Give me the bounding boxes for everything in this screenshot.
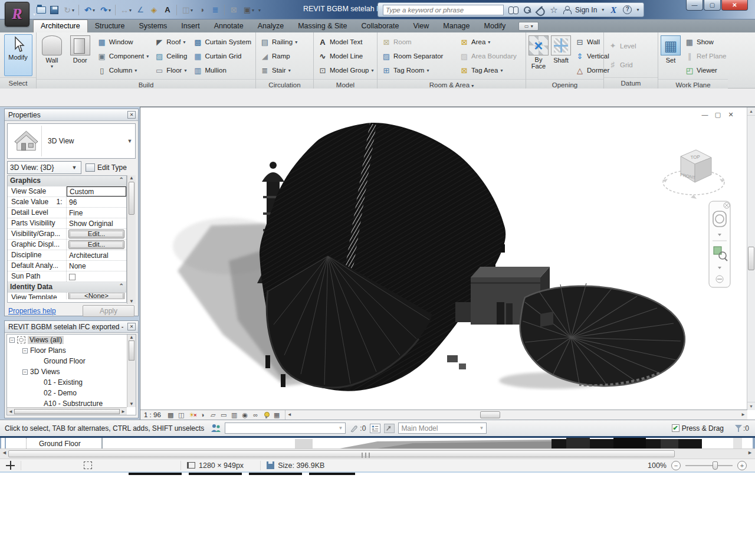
zoom-in-button[interactable]: + [737,461,747,470]
sun-path-icon[interactable] [188,411,196,419]
active-design-option-dropdown[interactable]: Main Model ▼ [398,423,487,434]
opening-by-face-button[interactable]: By Face [528,34,549,78]
model-text-button[interactable]: Model Text [316,35,376,49]
tree-item-ground-floor[interactable]: Ground Floor [7,356,136,366]
curtain-system-button[interactable]: Curtain System [191,35,253,49]
tab-systems[interactable]: Systems [132,20,174,32]
view-cube[interactable]: TOP FRONT [659,140,730,205]
chevron-down-icon[interactable]: ▾ [602,7,604,12]
collapse-icon[interactable]: ⌃ [119,283,124,292]
detail-level-icon[interactable]: ▩ [166,411,175,419]
view-template-button[interactable]: <None> [68,293,124,299]
aligned-dimension-button[interactable] [134,4,146,17]
tree-item-views-all[interactable]: − Views (all) [7,335,136,345]
tag-button[interactable] [148,4,160,17]
edit-button[interactable]: Edit... [68,240,124,249]
tree-item-01-existing[interactable]: 01 - Existing [7,377,136,388]
tab-collaborate[interactable]: Collaborate [354,20,406,32]
maximize-button[interactable]: ▢ [704,0,721,11]
selection-tool-icon[interactable] [84,461,92,469]
tab-structure[interactable]: Structure [88,20,132,32]
tree-item-floor-plans[interactable]: − Floor Plans [7,345,136,356]
worksets-icon[interactable] [211,424,221,433]
tab-manage[interactable]: Manage [436,20,477,32]
canvas-hscrollbar[interactable]: ◄ ► [285,410,747,420]
tab-massing-site[interactable]: Massing & Site [291,20,354,32]
type-selector[interactable]: 3D View ▼ [7,123,136,159]
show-work-plane-button[interactable]: Show [683,35,728,49]
scroll-down-icon[interactable]: ▼ [127,401,136,407]
prop-row-view-template[interactable]: View Template<None> [8,293,126,299]
prop-row-detail-level[interactable]: Detail LevelFine [8,208,126,218]
tree-item-02-demo[interactable]: 02 - Demo [7,388,136,398]
scroll-left-icon[interactable]: ◄ [8,409,13,414]
ramp-button[interactable]: Ramp [258,49,299,63]
tag-room-button[interactable]: Tag Room▾ [380,63,455,77]
mullion-button[interactable]: Mullion [191,63,253,77]
column-button[interactable]: Column▾ [96,63,150,77]
collapse-toggle-icon[interactable]: − [22,348,28,353]
zoom-slider-thumb[interactable] [713,461,718,470]
prop-row-visibility-graphics[interactable]: Visibility/Grap...Edit... [8,229,126,240]
sign-in-button[interactable]: Sign In [575,6,597,14]
properties-header[interactable]: Properties ✕ [5,109,138,121]
browser-vscrollbar[interactable]: ▲ ▼ [127,335,136,407]
scroll-right-icon[interactable]: ► [747,450,753,456]
edit-button[interactable]: Edit... [68,230,124,238]
sun-path-checkbox[interactable] [69,274,76,280]
section-identity-data[interactable]: Identity Data⌃ [8,282,126,293]
panel-label-datum[interactable]: Datum [604,77,658,89]
properties-scrollbar[interactable]: ▲ ▼ [127,175,136,304]
section-button[interactable] [196,4,208,17]
scroll-right-icon[interactable]: ► [121,409,126,414]
door-button[interactable]: Door [67,34,93,78]
viewer-hscrollbar[interactable]: ◄ ► [0,448,755,459]
scroll-left-icon[interactable]: ◄ [287,410,292,420]
window-button[interactable]: Window [96,35,150,49]
temporary-hide-isolate-icon[interactable]: ∞ [251,411,260,419]
prop-row-default-analysis[interactable]: Default Analy...None [8,261,126,271]
thin-lines-button[interactable] [209,4,221,17]
prop-row-scale-value[interactable]: Scale Value 1:96 [8,197,126,208]
model-3d-view[interactable] [140,107,747,410]
close-icon[interactable]: ✕ [127,323,136,330]
close-icon[interactable]: ✕ [127,111,136,119]
modify-button[interactable]: Modify [4,34,32,76]
zoom-out-button[interactable]: − [671,461,681,470]
edit-type-button[interactable]: Edit Type [84,161,136,174]
search-input[interactable] [383,5,504,15]
customize-qat-button[interactable]: ▾ [257,4,262,17]
worksharing-display-icon[interactable]: ▦ [273,411,281,419]
set-work-plane-button[interactable]: Set [661,34,681,78]
chevron-down-icon[interactable]: ▼ [124,138,135,144]
move-tool-icon[interactable] [6,461,15,470]
close-button[interactable]: ✕ [721,0,748,11]
tab-modify[interactable]: Modify [477,20,513,32]
scrollbar-thumb[interactable] [129,340,134,361]
favorites-star-icon[interactable] [549,5,559,15]
show-crop-region-icon[interactable]: ▭ [219,411,228,419]
rendering-dialog-icon[interactable]: ▥ [230,411,239,419]
selection-filter-button[interactable]: :0 [734,424,749,433]
prop-row-discipline[interactable]: DisciplineArchitectural [8,250,126,261]
navigation-bar[interactable] [708,201,732,288]
save-button[interactable] [49,4,60,17]
drawing-area[interactable]: — ▢ ✕ TOP FRONT [140,107,755,420]
viewer-button[interactable]: Viewer [683,63,728,77]
tree-item-3d-views[interactable]: − 3D Views [7,366,136,377]
tab-architecture[interactable]: Architecture [33,19,88,32]
canvas-vscrollbar[interactable]: ▲ ▼ [747,107,755,410]
exclude-options-icon[interactable] [384,424,395,433]
prop-row-sun-path[interactable]: Sun Path [8,271,126,282]
collapse-icon[interactable]: ⌃ [119,176,124,186]
scroll-down-icon[interactable]: ▼ [747,402,755,410]
room-separator-button[interactable]: Room Separator [380,49,455,63]
communication-center-icon[interactable] [536,6,544,14]
wall-button[interactable]: Wall ▾ [39,34,65,78]
switch-windows-button[interactable]: ▾ [241,4,255,17]
scrollbar-thumb[interactable] [480,411,500,418]
properties-help-link[interactable]: Properties help [8,307,56,315]
instance-selector[interactable]: 3D View: {3D} ▼ [7,161,81,174]
scroll-up-icon[interactable]: ▲ [747,107,755,116]
curtain-grid-button[interactable]: Curtain Grid [191,49,253,63]
